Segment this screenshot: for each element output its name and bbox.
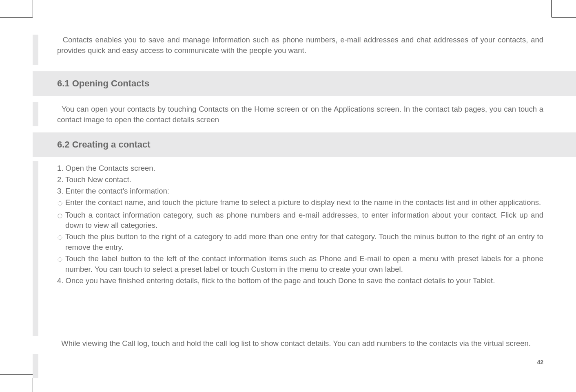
- intro-text: Contacts enables you to save and manage …: [57, 35, 543, 55]
- intro-paragraph: Contacts enables you to save and manage …: [57, 35, 543, 56]
- dotted-circle-icon: [57, 255, 63, 265]
- step-2: 2. Touch New contact.: [57, 174, 543, 185]
- crop-mark: [551, 0, 552, 17]
- step-3: 3. Enter the contact's information:: [57, 186, 543, 196]
- svg-point-2: [58, 236, 62, 240]
- section-heading-6-1: 6.1 Opening Contacts: [57, 78, 149, 89]
- bullet-item: Enter the contact name, and touch the pi…: [57, 197, 543, 209]
- side-accent-bar: [33, 102, 38, 126]
- dotted-circle-icon: [57, 211, 63, 222]
- step-1: 1. Open the Contacts screen.: [57, 163, 543, 174]
- call-log-note-text: While viewing the Call log, touch and ho…: [61, 339, 531, 348]
- section-heading-bar: 6.1 Opening Contacts: [33, 71, 576, 96]
- bullet-text: Touch the plus button to the right of a …: [65, 231, 543, 253]
- crop-mark: [0, 17, 33, 18]
- bullet-item: Touch a contact information category, su…: [57, 210, 543, 231]
- bullet-item: Touch the plus button to the right of a …: [57, 231, 543, 253]
- side-accent-bar: [33, 161, 38, 336]
- section-6-2-body: 1. Open the Contacts screen. 2. Touch Ne…: [57, 163, 543, 287]
- section-6-1-text: You can open your contacts by touching C…: [57, 105, 543, 124]
- bullet-text: Touch a contact information category, su…: [65, 210, 543, 231]
- call-log-note: While viewing the Call log, touch and ho…: [57, 338, 543, 349]
- side-accent-bar: [33, 354, 38, 378]
- dotted-circle-icon: [57, 198, 63, 209]
- crop-mark: [33, 0, 33, 17]
- section-heading-6-2: 6.2 Creating a contact: [57, 139, 151, 150]
- step-4: 4. Once you have finished entering detai…: [57, 275, 543, 286]
- side-accent-bar: [33, 35, 38, 65]
- bullet-text: Touch the label button to the left of th…: [65, 253, 543, 275]
- svg-point-0: [58, 201, 62, 205]
- bullet-item: Touch the label button to the left of th…: [57, 253, 543, 275]
- dotted-circle-icon: [57, 233, 63, 243]
- section-heading-bar: 6.2 Creating a contact: [33, 132, 576, 157]
- crop-mark: [552, 17, 576, 18]
- crop-mark: [0, 374, 33, 375]
- bullet-text: Enter the contact name, and touch the pi…: [65, 197, 543, 208]
- svg-point-1: [58, 214, 62, 218]
- svg-point-3: [58, 258, 62, 262]
- section-6-1-body: You can open your contacts by touching C…: [57, 104, 543, 125]
- page-number: 42: [537, 359, 543, 366]
